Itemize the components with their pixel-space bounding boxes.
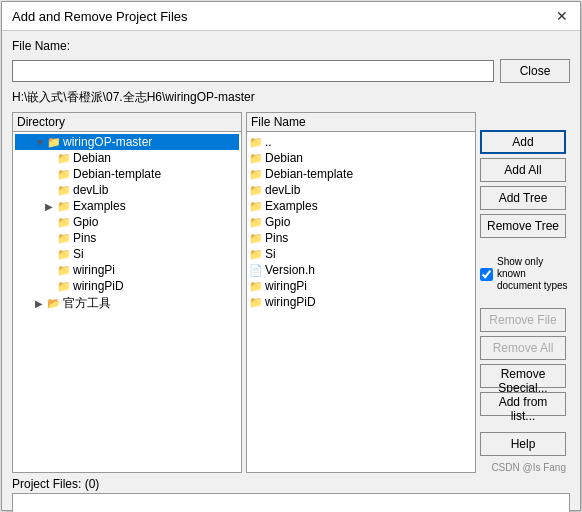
panels-row: Directory ▼📁wiringOP-master 📁Debian 📁Deb… — [12, 112, 570, 473]
folder-icon: 📂 — [47, 297, 61, 310]
folder-icon: 📁 — [47, 136, 61, 149]
tree-item-label: Debian — [73, 151, 111, 165]
file-item-label: Pins — [265, 231, 288, 245]
tree-item-label: wiringOP-master — [63, 135, 152, 149]
file-icon: 📁 — [249, 216, 263, 229]
tree-item-label: Pins — [73, 231, 96, 245]
file-list-item[interactable]: 📁.. — [249, 134, 473, 150]
file-list-item[interactable]: 📁Pins — [249, 230, 473, 246]
tree-item-label: wiringPi — [73, 263, 115, 277]
tree-item[interactable]: ▶📂官方工具 — [15, 294, 239, 313]
file-item-label: .. — [265, 135, 272, 149]
file-list-item[interactable]: 📁Examples — [249, 198, 473, 214]
tree-item-label: wiringPiD — [73, 279, 124, 293]
help-button[interactable]: Help — [480, 432, 566, 456]
project-files-box[interactable] — [12, 493, 570, 512]
file-item-label: Gpio — [265, 215, 290, 229]
tree-item-label: Debian-template — [73, 167, 161, 181]
remove-file-button[interactable]: Remove File — [480, 308, 566, 332]
tree-item[interactable]: 📁Debian-template — [15, 166, 239, 182]
add-tree-button[interactable]: Add Tree — [480, 186, 566, 210]
tree-item[interactable]: 📁devLib — [15, 182, 239, 198]
file-list-item[interactable]: 📁wiringPi — [249, 278, 473, 294]
title-close-button[interactable]: ✕ — [554, 8, 570, 24]
watermark: CSDN @Is Fang — [480, 462, 570, 473]
folder-icon: 📁 — [57, 264, 71, 277]
file-list-item[interactable]: 📁wiringPiD — [249, 294, 473, 310]
file-icon: 📁 — [249, 136, 263, 149]
file-name-input[interactable] — [12, 60, 494, 82]
file-list-item[interactable]: 📄Version.h — [249, 262, 473, 278]
directory-header: Directory — [12, 112, 242, 131]
add-from-list-button[interactable]: Add from list... — [480, 392, 566, 416]
remove-special-button[interactable]: Remove Special... — [480, 364, 566, 388]
folder-icon: 📁 — [57, 216, 71, 229]
path-display: H:\嵌入式\香橙派\07.全志H6\wiringOP-master — [12, 89, 570, 106]
file-item-label: Si — [265, 247, 276, 261]
project-files-label: Project Files: (0) — [12, 477, 570, 491]
file-list-item[interactable]: 📁Debian — [249, 150, 473, 166]
add-all-button[interactable]: Add All — [480, 158, 566, 182]
file-icon: 📁 — [249, 200, 263, 213]
close-button[interactable]: Close — [500, 59, 570, 83]
checkbox-row: Show only known document types — [480, 256, 570, 292]
file-icon: 📁 — [249, 248, 263, 261]
file-icon: 📄 — [249, 264, 263, 277]
tree-expander[interactable]: ▶ — [45, 201, 57, 212]
file-item-label: wiringPiD — [265, 295, 316, 309]
file-icon: 📁 — [249, 152, 263, 165]
show-known-label: Show only known document types — [497, 256, 570, 292]
remove-all-button[interactable]: Remove All — [480, 336, 566, 360]
file-icon: 📁 — [249, 280, 263, 293]
tree-item[interactable]: 📁Debian — [15, 150, 239, 166]
file-item-label: Examples — [265, 199, 318, 213]
tree-item[interactable]: 📁Si — [15, 246, 239, 262]
dialog-title: Add and Remove Project Files — [12, 9, 188, 24]
tree-item-label: Si — [73, 247, 84, 261]
show-known-checkbox[interactable] — [480, 268, 493, 281]
tree-item[interactable]: ▶📁Examples — [15, 198, 239, 214]
tree-item-label: Examples — [73, 199, 126, 213]
file-list[interactable]: 📁..📁Debian📁Debian-template📁devLib📁Exampl… — [246, 131, 476, 473]
tree-item[interactable]: ▼📁wiringOP-master — [15, 134, 239, 150]
folder-icon: 📁 — [57, 168, 71, 181]
directory-tree[interactable]: ▼📁wiringOP-master 📁Debian 📁Debian-templa… — [12, 131, 242, 473]
dialog-window: Add and Remove Project Files ✕ File Name… — [1, 1, 581, 511]
dialog-body: File Name: Close H:\嵌入式\香橙派\07.全志H6\wiri… — [2, 31, 580, 512]
remove-tree-button[interactable]: Remove Tree — [480, 214, 566, 238]
tree-item[interactable]: 📁Gpio — [15, 214, 239, 230]
file-item-label: Debian — [265, 151, 303, 165]
directory-panel: Directory ▼📁wiringOP-master 📁Debian 📁Deb… — [12, 112, 242, 473]
tree-item[interactable]: 📁Pins — [15, 230, 239, 246]
tree-item-label: devLib — [73, 183, 108, 197]
file-list-item[interactable]: 📁Debian-template — [249, 166, 473, 182]
file-item-label: Version.h — [265, 263, 315, 277]
file-panel: File Name 📁..📁Debian📁Debian-template📁dev… — [246, 112, 476, 473]
folder-icon: 📁 — [57, 248, 71, 261]
file-name-label: File Name: — [12, 39, 570, 53]
file-icon: 📁 — [249, 184, 263, 197]
file-list-item[interactable]: 📁Gpio — [249, 214, 473, 230]
file-list-item[interactable]: 📁devLib — [249, 182, 473, 198]
tree-item[interactable]: 📁wiringPiD — [15, 278, 239, 294]
folder-icon: 📁 — [57, 280, 71, 293]
file-item-label: wiringPi — [265, 279, 307, 293]
tree-item-label: Gpio — [73, 215, 98, 229]
add-button[interactable]: Add — [480, 130, 566, 154]
tree-item-label: 官方工具 — [63, 295, 111, 312]
title-bar: Add and Remove Project Files ✕ — [2, 2, 580, 31]
tree-item[interactable]: 📁wiringPi — [15, 262, 239, 278]
file-icon: 📁 — [249, 296, 263, 309]
project-files-section: Project Files: (0) — [12, 477, 570, 512]
buttons-column: Add Add All Add Tree Remove Tree Show on… — [480, 112, 570, 473]
folder-icon: 📁 — [57, 200, 71, 213]
tree-expander[interactable]: ▼ — [35, 137, 47, 148]
tree-expander[interactable]: ▶ — [35, 298, 47, 309]
file-icon: 📁 — [249, 232, 263, 245]
folder-icon: 📁 — [57, 152, 71, 165]
file-name-header: File Name — [246, 112, 476, 131]
file-list-item[interactable]: 📁Si — [249, 246, 473, 262]
folder-icon: 📁 — [57, 232, 71, 245]
file-icon: 📁 — [249, 168, 263, 181]
file-item-label: Debian-template — [265, 167, 353, 181]
